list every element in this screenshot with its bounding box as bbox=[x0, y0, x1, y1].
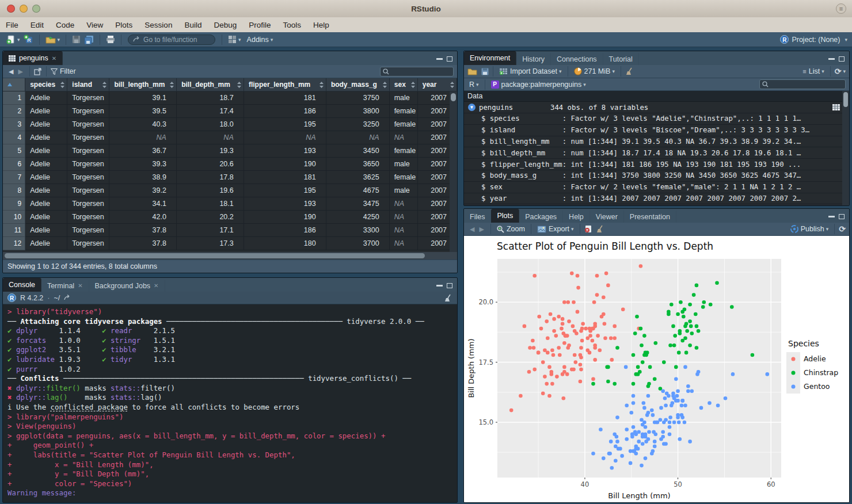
refresh-icon[interactable]: ⟳ bbox=[835, 67, 842, 76]
table-row[interactable]: 3AdelieTorgersen40.318.01953250female200… bbox=[3, 118, 457, 131]
language-selector[interactable]: R ▾ bbox=[469, 81, 479, 89]
tab-environment[interactable]: Environment bbox=[464, 51, 516, 65]
tab-files[interactable]: Files bbox=[464, 211, 491, 223]
tab-packages[interactable]: Packages bbox=[519, 211, 563, 223]
working-directory[interactable]: ~/ bbox=[54, 294, 60, 302]
sort-icon[interactable] bbox=[170, 82, 174, 88]
table-row[interactable]: 6AdelieTorgersen39.320.61903650male2007 bbox=[3, 158, 457, 171]
tab-presentation[interactable]: Presentation bbox=[624, 211, 676, 223]
import-dataset-button[interactable]: Import Dataset ▾ bbox=[499, 67, 562, 75]
filter-button[interactable]: Filter bbox=[60, 67, 76, 75]
new-file-button[interactable]: ▾ bbox=[6, 35, 20, 44]
list-view-button[interactable]: ≡ List ▾ bbox=[802, 67, 824, 75]
expand-collapse-icon[interactable]: ▼ bbox=[468, 104, 476, 111]
table-row[interactable]: 12AdelieTorgersen37.817.31803700NA2007 bbox=[3, 237, 457, 250]
column-header-species[interactable]: species bbox=[25, 78, 67, 91]
column-header-bill_depth_mm[interactable]: bill_depth_mm bbox=[177, 78, 244, 91]
remove-plot-icon[interactable] bbox=[584, 225, 592, 233]
tab-plots[interactable]: Plots bbox=[491, 209, 519, 223]
column-header-bill_length_mm[interactable]: bill_length_mm bbox=[109, 78, 177, 91]
sort-icon[interactable] bbox=[411, 82, 415, 88]
tab-history[interactable]: History bbox=[516, 53, 551, 65]
minimize-pane-icon[interactable] bbox=[828, 216, 835, 217]
view-data-grid-icon[interactable] bbox=[832, 104, 840, 110]
minimize-pane-icon[interactable] bbox=[436, 285, 443, 287]
open-file-button[interactable]: ▾ bbox=[45, 36, 60, 44]
tab-background-jobs[interactable]: Background Jobs ✕ bbox=[89, 280, 165, 292]
sort-icon[interactable] bbox=[383, 82, 387, 88]
back-icon[interactable]: ◀ bbox=[6, 68, 16, 75]
tab-console[interactable]: Console bbox=[3, 278, 41, 292]
minimize-pane-icon[interactable] bbox=[436, 58, 443, 60]
zoom-plot-button[interactable]: Zoom bbox=[497, 225, 525, 233]
column-header-island[interactable]: island bbox=[67, 78, 109, 91]
goto-file-function-input[interactable]: Go to file/function bbox=[128, 35, 215, 45]
data-search-input[interactable] bbox=[380, 67, 454, 77]
save-all-button[interactable] bbox=[84, 35, 94, 44]
environment-scope-selector[interactable]: P package:palmerpenguins ▾ bbox=[491, 81, 586, 89]
table-row[interactable]: 9AdelieTorgersen34.118.11933475NA2007 bbox=[3, 197, 457, 211]
table-row[interactable]: 5AdelieTorgersen36.719.31933450female200… bbox=[3, 144, 457, 158]
table-corner-header[interactable] bbox=[3, 78, 25, 91]
next-plot-icon[interactable]: ▶ bbox=[477, 226, 486, 233]
previous-plot-icon[interactable]: ◀ bbox=[467, 226, 477, 233]
table-row[interactable]: 4AdelieTorgersenNANANANANA2007 bbox=[3, 131, 457, 144]
memory-usage-button[interactable]: 271 MiB ▾ bbox=[574, 67, 615, 75]
menu-build[interactable]: Build bbox=[184, 21, 201, 29]
tab-terminal[interactable]: Terminal ✕ bbox=[41, 280, 89, 292]
new-project-button[interactable]: R bbox=[24, 35, 33, 44]
table-row[interactable]: 11AdelieTorgersen37.817.11863300NA2007 bbox=[3, 224, 457, 237]
menu-code[interactable]: Code bbox=[56, 21, 74, 29]
project-menu-button[interactable]: R Project: (None) ▾ bbox=[780, 35, 847, 44]
tab-connections[interactable]: Connections bbox=[551, 53, 603, 65]
environment-object-penguins[interactable]: ▼ penguins 344 obs. of 8 variables bbox=[464, 102, 849, 113]
sort-icon[interactable] bbox=[450, 82, 454, 88]
minimize-pane-icon[interactable] bbox=[828, 58, 835, 60]
tab-penguins[interactable]: penguins ✕ bbox=[3, 51, 63, 65]
maximize-pane-icon[interactable] bbox=[447, 56, 452, 62]
export-plot-button[interactable]: Export ▾ bbox=[537, 225, 574, 233]
menu-tools[interactable]: Tools bbox=[283, 21, 301, 29]
refresh-icon[interactable]: ⟳ bbox=[839, 224, 846, 234]
column-header-sex[interactable]: sex bbox=[390, 78, 418, 91]
table-row[interactable]: 2AdelieTorgersen39.517.41863800female200… bbox=[3, 105, 457, 118]
sort-icon[interactable] bbox=[237, 82, 241, 88]
environment-search-input[interactable] bbox=[759, 79, 846, 89]
popout-icon[interactable] bbox=[34, 68, 42, 75]
column-header-year[interactable]: year bbox=[418, 78, 457, 91]
menu-view[interactable]: View bbox=[86, 21, 103, 29]
save-button[interactable] bbox=[72, 35, 81, 44]
sort-icon[interactable] bbox=[60, 82, 64, 88]
console-output[interactable]: > library("tidyverse")── Attaching core … bbox=[3, 304, 457, 502]
clear-console-broom-icon[interactable] bbox=[444, 294, 452, 302]
column-header-body_mass_g[interactable]: body_mass_g bbox=[326, 78, 390, 91]
menu-plots[interactable]: Plots bbox=[115, 21, 132, 29]
sort-icon[interactable] bbox=[102, 82, 106, 88]
table-vertical-scrollbar[interactable] bbox=[450, 91, 457, 252]
save-icon[interactable] bbox=[481, 68, 489, 75]
menu-debug[interactable]: Debug bbox=[214, 21, 237, 29]
open-directory-arrow-icon[interactable] bbox=[64, 295, 71, 301]
environment-scrollbar[interactable] bbox=[842, 91, 849, 205]
open-folder-icon[interactable] bbox=[467, 68, 477, 75]
clear-plots-broom-icon[interactable] bbox=[596, 225, 604, 233]
menu-profile[interactable]: Profile bbox=[249, 21, 271, 29]
table-horizontal-scrollbar[interactable] bbox=[3, 252, 457, 259]
table-row[interactable]: 10AdelieTorgersen42.020.21904250NA2007 bbox=[3, 211, 457, 224]
tab-help[interactable]: Help bbox=[563, 211, 590, 223]
menu-session[interactable]: Session bbox=[144, 21, 172, 29]
menu-edit[interactable]: Edit bbox=[31, 21, 44, 29]
sort-icon[interactable] bbox=[320, 82, 324, 88]
clear-environment-broom-icon[interactable] bbox=[625, 67, 634, 75]
table-row[interactable]: 7AdelieTorgersen38.917.81813625female200… bbox=[3, 171, 457, 184]
close-icon[interactable]: ✕ bbox=[52, 55, 56, 62]
maximize-pane-icon[interactable] bbox=[839, 56, 845, 62]
tab-tutorial[interactable]: Tutorial bbox=[603, 53, 639, 65]
print-button[interactable] bbox=[106, 35, 115, 44]
maximize-pane-icon[interactable] bbox=[447, 283, 452, 288]
forward-icon[interactable]: ▶ bbox=[16, 68, 25, 75]
menu-help[interactable]: Help bbox=[313, 21, 329, 29]
tab-viewer[interactable]: Viewer bbox=[590, 211, 624, 223]
column-header-flipper_length_mm[interactable]: flipper_length_mm bbox=[244, 78, 326, 91]
maximize-pane-icon[interactable] bbox=[839, 214, 845, 219]
